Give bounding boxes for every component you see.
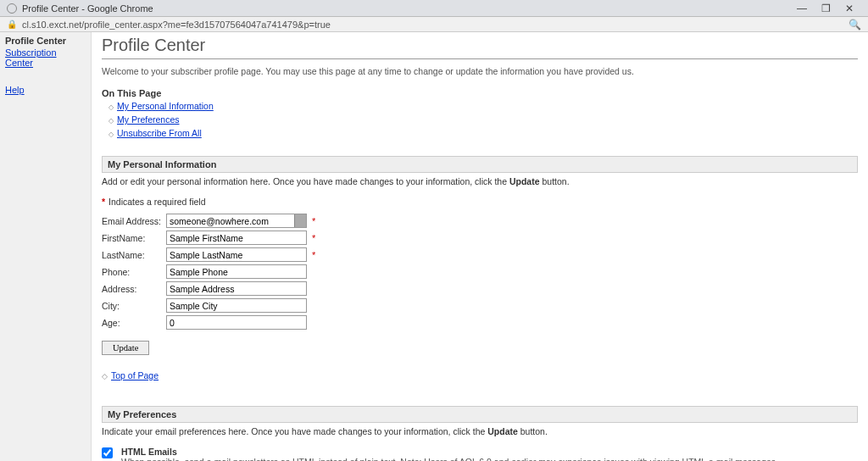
- required-star-icon: *: [312, 233, 315, 243]
- sidebar-help-link[interactable]: Help: [5, 85, 86, 95]
- link-preferences[interactable]: My Preferences: [117, 114, 180, 125]
- form-row-age: Age:: [102, 315, 858, 330]
- pref-desc: When possible, send e-mail newsletters a…: [121, 457, 778, 461]
- form-row-address: Address:: [102, 281, 858, 296]
- pref-item: HTML EmailsWhen possible, send e-mail ne…: [102, 447, 858, 461]
- diamond-icon: ◇: [108, 117, 114, 125]
- pref-checkbox[interactable]: [102, 447, 113, 458]
- label-lastname: LastName:: [102, 250, 166, 260]
- input-firstname[interactable]: [166, 230, 307, 245]
- section-prefs-header: My Preferences: [102, 406, 858, 423]
- maximize-button[interactable]: ❐: [814, 3, 837, 14]
- label-city: City:: [102, 301, 166, 311]
- input-age[interactable]: [166, 315, 307, 330]
- on-this-page-nav: On This Page ◇My Personal Information ◇M…: [102, 88, 858, 141]
- input-city[interactable]: [166, 298, 307, 313]
- required-star-icon: *: [312, 250, 315, 260]
- intro-text: Welcome to your subscriber profile page.…: [102, 66, 858, 76]
- required-star-icon: *: [102, 197, 105, 207]
- sidebar-title: Profile Center: [5, 36, 86, 46]
- label-firstname: FirstName:: [102, 233, 166, 243]
- section-personal-desc: Add or edit your personal information he…: [102, 176, 858, 186]
- dropdown-icon[interactable]: [294, 214, 306, 227]
- search-icon[interactable]: 🔍: [849, 19, 861, 31]
- input-address[interactable]: [166, 281, 307, 296]
- section-prefs-desc: Indicate your email preferences here. On…: [102, 426, 858, 436]
- link-unsubscribe[interactable]: Unsubscribe From All: [117, 128, 202, 138]
- diamond-icon: ◇: [108, 103, 114, 111]
- address-bar: 🔒 cl.s10.exct.net/profile_center.aspx?me…: [0, 17, 868, 32]
- main-content: Profile Center Welcome to your subscribe…: [92, 32, 868, 461]
- input-email[interactable]: [166, 214, 307, 228]
- section-personal-header: My Personal Information: [102, 156, 858, 173]
- input-lastname[interactable]: [166, 247, 307, 262]
- label-phone: Phone:: [102, 267, 166, 277]
- top-of-page-link-row: ◇Top of Page: [102, 370, 858, 380]
- form-row-firstname: FirstName: *: [102, 230, 858, 245]
- page-title: Profile Center: [102, 32, 858, 59]
- form-row-lastname: LastName: *: [102, 247, 858, 262]
- link-personal-info[interactable]: My Personal Information: [117, 101, 214, 111]
- minimize-button[interactable]: —: [790, 3, 814, 14]
- input-phone[interactable]: [166, 264, 307, 279]
- window-title-bar: Profile Center - Google Chrome — ❐ ✕: [0, 0, 868, 17]
- pref-title: HTML Emails: [121, 447, 778, 457]
- close-button[interactable]: ✕: [837, 3, 861, 14]
- label-address: Address:: [102, 284, 166, 294]
- label-email: Email Address:: [102, 216, 166, 226]
- favicon-icon: [7, 3, 17, 14]
- required-star-icon: *: [312, 216, 315, 226]
- left-sidebar: Profile Center Subscription Center Help: [0, 32, 92, 461]
- update-button[interactable]: Update: [102, 341, 149, 355]
- sidebar-subscription-link[interactable]: Subscription Center: [5, 47, 86, 68]
- url-text[interactable]: cl.s10.exct.net/profile_center.aspx?me=f…: [22, 19, 331, 30]
- up-caret-icon: ◇: [102, 372, 108, 380]
- required-note: *Indicates a required field: [102, 197, 858, 207]
- form-row-email: Email Address: *: [102, 214, 858, 228]
- form-row-phone: Phone:: [102, 264, 858, 279]
- on-this-page-heading: On This Page: [102, 88, 858, 98]
- diamond-icon: ◇: [108, 131, 114, 138]
- form-row-city: City:: [102, 298, 858, 313]
- window-title: Profile Center - Google Chrome: [22, 3, 153, 14]
- lock-icon: 🔒: [7, 19, 17, 29]
- top-of-page-link[interactable]: Top of Page: [111, 370, 159, 380]
- label-age: Age:: [102, 318, 166, 328]
